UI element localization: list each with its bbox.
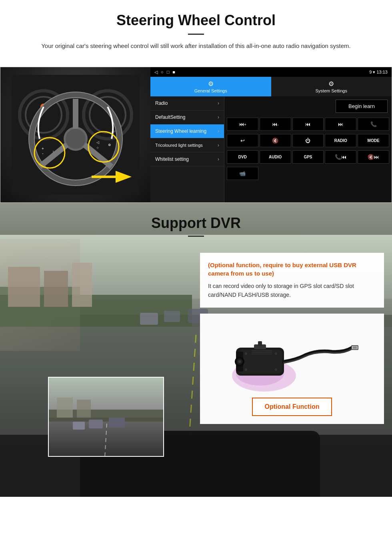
svg-point-9 (66, 129, 86, 149)
chevron-icon: › (218, 100, 219, 106)
ctrl-btn-next[interactable]: ⏭ (325, 118, 356, 131)
ctrl-btn-dvr[interactable]: 📹 (227, 167, 258, 180)
section1-steering-wheel: Steering Wheel Control Your original car… (0, 0, 392, 67)
steering-wheel-image: + - ↑ ◁ ○ ⊕ (0, 67, 150, 202)
menu-item-tricoloured[interactable]: Tricoloured light settings › (150, 138, 224, 152)
section2-dvr: Support DVR (0, 203, 392, 497)
menu-steering-label: Steering Wheel learning (155, 128, 206, 134)
ctrl-btn-vol-up[interactable]: ⏮+ (227, 118, 258, 131)
dvr-info-box: (Optional function, require to buy exter… (200, 253, 384, 308)
section1-title: Steering Wheel Control (16, 12, 376, 29)
optional-function-button[interactable]: Optional Function (252, 398, 332, 416)
menu-item-defaultsetting[interactable]: DefaultSetting › (150, 110, 224, 124)
android-tabs: ⚙ General Settings ⚙ System Settings (150, 77, 392, 96)
title-divider (188, 34, 204, 35)
dvr-thumbnail (48, 377, 164, 457)
steering-bg: + - ↑ ◁ ○ ⊕ (0, 67, 150, 202)
thumbnail-svg (49, 378, 164, 457)
ctrl-grid-row4: 📹 (224, 165, 392, 182)
svg-point-58 (245, 368, 247, 371)
android-body: Radio › DefaultSetting › Steering Wheel … (150, 96, 392, 202)
menu-item-radio[interactable]: Radio › (150, 96, 224, 110)
svg-rect-41 (89, 420, 103, 428)
system-settings-icon: ⚙ (273, 80, 390, 88)
home-icon[interactable]: ○ (161, 70, 164, 75)
dvr-right: (Optional function, require to buy exter… (192, 249, 392, 489)
menu-icon[interactable]: ■ (172, 70, 175, 75)
android-panel: ◁ ○ □ ■ 9 ▾ 13:13 ⚙ General Settings ⚙ S… (150, 67, 392, 202)
svg-rect-40 (77, 400, 91, 418)
ctrl-grid-row1: ⏮+ ⏮- ⏮ ⏭ 📞 (224, 116, 392, 132)
ctrl-btn-mute-next[interactable]: 🔇⏭ (358, 150, 389, 164)
svg-point-55 (245, 352, 247, 355)
ctrl-btn-audio[interactable]: AUDIO (260, 150, 291, 164)
ctrl-btn-mute[interactable]: 🔇 (260, 134, 291, 147)
dvr-thumbnail-inner (49, 378, 163, 456)
chevron-icon-3: › (218, 128, 219, 134)
ctrl-btn-back[interactable]: ↩ (227, 134, 258, 147)
ctrl-grid-row3: DVD AUDIO GPS 📞⏮ 🔇⏭ (224, 149, 392, 165)
dvr-content: (Optional function, require to buy exter… (0, 241, 392, 497)
menu-whitelist-label: Whitelist setting (155, 156, 189, 162)
camera-product-image (206, 320, 378, 392)
svg-rect-42 (109, 418, 125, 428)
tab-general-settings[interactable]: ⚙ General Settings (150, 77, 271, 96)
section1-description: Your original car's steering wheel contr… (32, 41, 360, 51)
status-bar-info: 9 ▾ 13:13 (369, 70, 388, 75)
ctrl-btn-mode[interactable]: MODE (358, 134, 389, 147)
recents-icon[interactable]: □ (167, 70, 170, 75)
svg-rect-64 (353, 346, 357, 349)
menu-item-whitelist[interactable]: Whitelist setting › (150, 152, 224, 166)
dvr-left (0, 249, 192, 489)
android-content: Begin learn ⏮+ ⏮- ⏮ ⏭ 📞 ↩ 🔇 ⏻ RADIO MODE (224, 96, 392, 202)
begin-learn-button[interactable]: Begin learn (336, 100, 388, 113)
svg-point-56 (275, 352, 277, 355)
ctrl-btn-call-prev[interactable]: 📞⏮ (325, 150, 356, 164)
ctrl-grid-row2: ↩ 🔇 ⏻ RADIO MODE (224, 132, 392, 149)
svg-point-57 (275, 368, 277, 371)
android-menu: Radio › DefaultSetting › Steering Wheel … (150, 96, 224, 202)
general-settings-icon: ⚙ (152, 80, 269, 88)
svg-rect-39 (57, 398, 73, 418)
svg-text:⊕: ⊕ (108, 143, 111, 147)
dvr-camera-area: Optional Function (200, 314, 384, 424)
svg-rect-37 (49, 418, 164, 457)
mockup-container: + - ↑ ◁ ○ ⊕ ◁ ○ □ ■ 9 ▾ 13:13 (0, 67, 392, 203)
android-statusbar: ◁ ○ □ ■ 9 ▾ 13:13 (150, 67, 392, 77)
svg-text:-: - (42, 151, 43, 156)
begin-learn-row: Begin learn (224, 96, 392, 116)
section2-divider (188, 236, 204, 237)
ctrl-btn-call[interactable]: 📞 (358, 118, 389, 131)
ctrl-btn-radio[interactable]: RADIO (325, 134, 356, 147)
svg-text:↑: ↑ (52, 150, 54, 154)
menu-item-steering-wheel[interactable]: Steering Wheel learning › (150, 124, 224, 138)
camera-product-svg (224, 316, 360, 396)
tab-system-label: System Settings (316, 88, 347, 93)
ctrl-btn-power[interactable]: ⏻ (292, 134, 324, 147)
steering-wheel-svg: + - ↑ ◁ ○ ⊕ (12, 75, 140, 195)
svg-text:◁: ◁ (96, 140, 99, 144)
section2-title: Support DVR (0, 215, 392, 232)
tab-general-label: General Settings (194, 88, 227, 93)
ctrl-btn-vol-down[interactable]: ⏮- (260, 118, 291, 131)
svg-point-52 (238, 360, 241, 363)
ctrl-btn-gps[interactable]: GPS (292, 150, 324, 164)
svg-text:○: ○ (96, 146, 98, 150)
menu-default-label: DefaultSetting (155, 114, 185, 120)
chevron-icon-5: › (218, 156, 219, 162)
dvr-optional-text: (Optional function, require to buy exter… (208, 261, 376, 278)
svg-text:+: + (42, 146, 44, 151)
chevron-icon-2: › (218, 114, 219, 120)
ctrl-btn-prev[interactable]: ⏮ (292, 118, 324, 131)
menu-radio-label: Radio (155, 100, 168, 106)
section2-title-container: Support DVR (0, 203, 392, 241)
ctrl-btn-dvd[interactable]: DVD (227, 150, 258, 164)
svg-rect-54 (258, 341, 262, 346)
chevron-icon-4: › (218, 142, 219, 148)
menu-tricoloured-label: Tricoloured light settings (155, 143, 203, 148)
svg-rect-43 (73, 422, 85, 430)
tab-system-settings[interactable]: ⚙ System Settings (271, 77, 392, 96)
back-icon[interactable]: ◁ (154, 70, 158, 75)
nav-icons: ◁ ○ □ ■ (154, 70, 175, 75)
dvr-description: It can record video only to storage in G… (208, 282, 376, 300)
